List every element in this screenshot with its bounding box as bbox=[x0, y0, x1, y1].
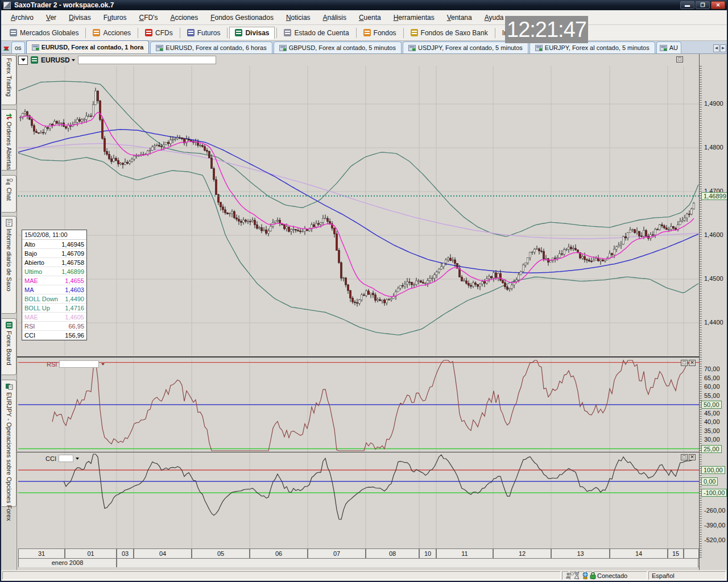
tooltip-timestamp: 15/02/08, 11:00 bbox=[22, 230, 86, 240]
language-indicator[interactable]: Español bbox=[648, 571, 726, 580]
tab-partial-right[interactable]: AU bbox=[656, 41, 681, 53]
price-axis[interactable]: 1,49001,48001,47001,46001,45001,44001,46… bbox=[699, 54, 728, 570]
application-window: SaxoTrader 2 - workspace.ok.7 ▬ ❐ ✕ Arch… bbox=[0, 0, 728, 582]
menu-item-cuenta[interactable]: Cuenta bbox=[353, 12, 387, 23]
menu-item-an-lisis[interactable]: Análisis bbox=[317, 12, 353, 23]
menu-item-fondos-gestionados[interactable]: Fondos Gestionados bbox=[204, 12, 280, 23]
tab-usdjpy-3[interactable]: USDJPY, Forex al contado, 5 minutos bbox=[403, 41, 528, 53]
stocks-icon bbox=[93, 29, 100, 36]
chart-dropdown-button[interactable] bbox=[18, 56, 28, 65]
menu-item-herramientas[interactable]: Herramientas bbox=[387, 12, 441, 23]
menu-item-cfd-s[interactable]: CFD's bbox=[133, 12, 164, 23]
tooltip-row: CCI156,96 bbox=[22, 331, 86, 340]
rsi-tick-label: 45,00 bbox=[704, 410, 720, 417]
tooltip-row: BOLL Up1,4716 bbox=[22, 304, 86, 313]
sidebar-tab-eurjpy-operaciones-sobre[interactable]: EURJPY - Operaciones sobre Opciones Fore… bbox=[2, 380, 16, 507]
title-bar[interactable]: SaxoTrader 2 - workspace.ok.7 ▬ ❐ ✕ bbox=[1, 0, 727, 10]
toolbar-button-acciones[interactable]: Acciones bbox=[88, 27, 136, 39]
user-status-icon[interactable] bbox=[562, 571, 569, 580]
date-cell: 12 bbox=[493, 549, 551, 558]
date-cell: 03 bbox=[117, 549, 134, 558]
forex-icon bbox=[235, 29, 242, 36]
maximize-rsi-icon[interactable]: □ bbox=[681, 360, 688, 366]
app-icon bbox=[3, 2, 11, 9]
rsi-tick-label: 60,00 bbox=[704, 383, 720, 390]
rsi-tick-label: 30,00 bbox=[704, 436, 720, 443]
date-cell: 01 bbox=[65, 549, 117, 558]
menu-bar: ArchivoVerDivisasFuturosCFD'sAccionesFon… bbox=[1, 10, 727, 25]
toolbar-button-estado-de-cuenta[interactable]: Estado de Cuenta bbox=[279, 27, 354, 39]
date-cell: 07 bbox=[308, 549, 366, 558]
rsi-study-select[interactable] bbox=[59, 360, 99, 368]
rsi-header: RSI bbox=[47, 360, 105, 368]
menu-item-noticias[interactable]: Noticias bbox=[280, 12, 317, 23]
chart-tab-icon bbox=[279, 45, 287, 51]
sidebar-tab-forex-trading[interactable]: Forex Trading bbox=[2, 55, 16, 105]
tooltip-row: Bajo1,46709 bbox=[22, 249, 86, 258]
close-button[interactable]: ✕ bbox=[711, 1, 725, 9]
options-icon bbox=[5, 383, 13, 390]
toolbar-button-fondos[interactable]: Fondos bbox=[358, 27, 402, 39]
tab-eurusd-0[interactable]: EURUSD, Forex al contado, 1 hora bbox=[26, 40, 150, 53]
sidebar-tab-informe-diario-de-saxo[interactable]: Informe diario de Saxo bbox=[2, 216, 16, 314]
minimize-button[interactable]: ▬ bbox=[680, 1, 694, 9]
rsi-chart[interactable] bbox=[18, 359, 699, 452]
maximize-cci-icon[interactable]: □ bbox=[681, 454, 688, 460]
sort-arrows-icon[interactable] bbox=[2, 43, 10, 53]
menu-item-archivo[interactable]: Archivo bbox=[5, 12, 40, 23]
sidebar-tab-forex-board[interactable]: Forex Board bbox=[2, 318, 16, 375]
tooltip-row: BOLL Down1,4490 bbox=[22, 294, 86, 304]
tooltip-row: MAE1,4655 bbox=[22, 276, 86, 285]
price-tick-label: 1,4800 bbox=[704, 144, 723, 151]
sidebar-tab-chat[interactable]: Chat bbox=[2, 175, 16, 213]
time-axis: 3101030405060708101112131415 enero 2008 bbox=[18, 548, 699, 567]
date-cell: 06 bbox=[250, 549, 308, 558]
tabs-scroll-right[interactable]: ► bbox=[720, 44, 726, 52]
cci-tick-label: 100,00 bbox=[701, 466, 725, 474]
restore-button[interactable]: ❐ bbox=[696, 1, 710, 9]
cci-study-select[interactable] bbox=[59, 455, 73, 462]
tab-eurjpy-4[interactable]: EURJPY, Forex al contado, 5 minutos bbox=[530, 41, 655, 53]
menu-item-futuros[interactable]: Futuros bbox=[97, 12, 133, 23]
tooltip-row: Alto1,46945 bbox=[22, 240, 86, 249]
close-cci-icon[interactable]: ✕ bbox=[689, 454, 696, 460]
menu-item-acciones[interactable]: Acciones bbox=[164, 12, 204, 23]
toolbar-button-mercados-globales[interactable]: Mercados Globales bbox=[5, 27, 84, 39]
date-cell: 08 bbox=[366, 549, 419, 558]
tab-partial-left[interactable]: os bbox=[11, 41, 25, 53]
symbol-selector[interactable]: EURUSD bbox=[41, 56, 75, 64]
window-title: SaxoTrader 2 - workspace.ok.7 bbox=[14, 1, 114, 9]
price-chart[interactable] bbox=[18, 66, 699, 356]
tab-gbpusd-2[interactable]: GBPUSD, Forex al contado, 5 minutos bbox=[274, 41, 402, 53]
close-rsi-icon[interactable]: ✕ bbox=[689, 360, 696, 366]
toolbar-button-futuros[interactable]: Futuros bbox=[182, 27, 226, 39]
date-cell: 31 bbox=[18, 549, 65, 558]
left-sidebar: Forex TradingOrdenes AbiertasChatInforme… bbox=[1, 54, 17, 570]
sidebar-tab-ordenes-abiertas[interactable]: Ordenes Abiertas bbox=[2, 109, 16, 171]
date-cell: 13 bbox=[551, 549, 610, 558]
cci-tick-label: 0,00 bbox=[701, 477, 718, 485]
menu-item-ventana[interactable]: Ventana bbox=[441, 12, 478, 23]
rsi-tick-label: 40,00 bbox=[704, 418, 720, 425]
connection-status: Conectado bbox=[594, 571, 647, 580]
date-cell: 10 bbox=[419, 549, 436, 558]
saxo-funds-icon bbox=[411, 29, 418, 36]
tab-eurusd-1[interactable]: EURUSD, Forex al contado, 6 horas bbox=[150, 41, 272, 53]
chart-tab-icon bbox=[408, 45, 416, 51]
tooltip-row: Ultimo1,46899 bbox=[22, 267, 86, 276]
symbol-search-input[interactable] bbox=[78, 56, 216, 64]
menu-item-ver[interactable]: Ver bbox=[40, 12, 63, 23]
toolbar-button-cfds[interactable]: CFDs bbox=[140, 27, 178, 39]
menu-item-divisas[interactable]: Divisas bbox=[63, 12, 97, 23]
tooltip-row: MA1,4603 bbox=[22, 285, 86, 294]
cci-chart[interactable] bbox=[18, 453, 699, 548]
tooltip-row: Abierto1,46758 bbox=[22, 258, 86, 267]
date-cell: 04 bbox=[134, 549, 192, 558]
orders-icon bbox=[5, 112, 13, 120]
clock: 12:21:47 bbox=[505, 16, 588, 43]
toolbar-button-fondos-de-saxo-bank[interactable]: Fondos de Saxo Bank bbox=[406, 27, 493, 39]
tabs-scroll-left[interactable]: ◄ bbox=[713, 44, 719, 52]
maximize-chart-icon[interactable]: □ bbox=[676, 56, 683, 63]
toolbar-button-divisas[interactable]: Divisas bbox=[229, 27, 275, 39]
tooltip-row: RSI66,95 bbox=[22, 322, 86, 331]
